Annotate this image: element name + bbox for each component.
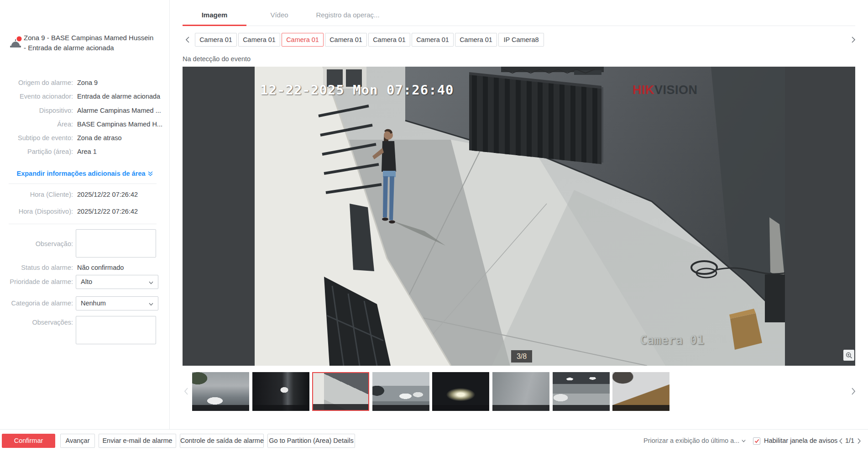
enable-popup-checkbox[interactable] <box>753 437 760 445</box>
tab-imagem-label: Imagem <box>202 11 228 19</box>
double-chevron-down-icon <box>147 171 153 177</box>
observacoes-label: Observações: <box>0 319 73 326</box>
hikvision-logo: HIKVISION <box>633 83 698 97</box>
thumbnail-timestamp-bar <box>492 405 549 411</box>
camera-tab[interactable]: IP Camera8 <box>498 33 544 47</box>
camera-tab[interactable]: Camera 01 <box>325 33 367 47</box>
field-value-subtipo: Zona de atraso <box>77 134 167 142</box>
priority-label: Prioridade de alarme: <box>0 278 73 285</box>
field-value-evento: Entrada de alarme acionada <box>77 93 167 100</box>
field-value-particao: Area 1 <box>77 148 167 155</box>
field-label-dispositivo: Dispositivo: <box>0 107 73 114</box>
tab-imagem[interactable]: Imagem <box>183 6 246 26</box>
confirm-button[interactable]: Confirmar <box>2 434 55 448</box>
thumbnail-timestamp-bar <box>372 405 429 411</box>
field-value-area: BASE Campinas Mamed H... <box>77 121 167 128</box>
page-next-icon[interactable] <box>857 438 861 444</box>
thumbnail[interactable] <box>372 372 429 411</box>
snapshot-camera-label: Camera 01 <box>640 333 704 347</box>
alarm-output-control-button[interactable]: Controle de saída de alarme <box>180 434 264 448</box>
prioritize-latest-dropdown[interactable]: Priorizar a exibição do último a... <box>643 437 746 444</box>
divider <box>9 184 157 184</box>
camera-snapshot <box>255 67 785 366</box>
thumbnail-prev-icon[interactable] <box>183 387 189 395</box>
viewer-tab-bar: Imagem Vídeo Registro da operaç... <box>183 6 855 26</box>
advance-button[interactable]: Avançar <box>60 434 95 448</box>
observacao-label: Observação: <box>0 240 73 247</box>
prioritize-latest-label: Priorizar a exibição do último a... <box>643 437 739 444</box>
camera-tab[interactable]: Camera 01 <box>282 33 324 47</box>
enable-popup-label: Habilitar janela de avisos <box>764 437 837 444</box>
thumbnail[interactable] <box>432 372 489 411</box>
page-indicator: 1/1 <box>845 437 854 444</box>
category-selected-value: Nenhum <box>81 300 106 307</box>
thumbnail[interactable] <box>192 372 249 411</box>
category-select[interactable]: Nenhum <box>76 296 158 310</box>
chevron-down-icon <box>148 280 154 285</box>
snapshot-timestamp: 12-22-2025 Mon 07:26:40 <box>260 82 454 98</box>
thumbnail[interactable] <box>553 372 610 411</box>
send-alarm-email-button[interactable]: Enviar e-mail de alarme <box>99 434 176 448</box>
status-label: Status do alarme: <box>0 264 73 271</box>
thumbnail[interactable] <box>252 372 309 411</box>
alarm-info-sidebar: Zona 9 - BASE Campinas Mamed Hussein - E… <box>0 0 170 429</box>
camera-tab[interactable]: Camera 01 <box>368 33 410 47</box>
alarm-image-viewer: 12-22-2025 Mon 07:26:40 HIKVISION Camera… <box>183 67 855 366</box>
expand-area-info-label: Expandir informações adicionais de área <box>16 170 145 177</box>
field-value-dispositivo: Alarme Campinas Mamed ... <box>77 107 167 114</box>
camera-tab[interactable]: Camera 01 <box>412 33 454 47</box>
image-page-indicator: 3/8 <box>511 350 532 363</box>
tab-video[interactable]: Vídeo <box>252 6 307 26</box>
snapshot-scene <box>255 67 785 366</box>
expand-area-info-link[interactable]: Expandir informações adicionais de área <box>0 170 170 177</box>
camera-tab[interactable]: Camera 01 <box>455 33 497 47</box>
action-bar: Confirmar Avançar Enviar e-mail de alarm… <box>0 429 868 452</box>
thumbnail-next-icon[interactable] <box>851 387 856 395</box>
observacoes-textarea[interactable] <box>76 316 156 344</box>
category-label: Categoria de alarme: <box>0 300 73 307</box>
thumbnail-timestamp-bar <box>432 405 489 411</box>
field-label-particao: Partição (área): <box>0 148 73 155</box>
chevron-down-icon <box>741 438 746 443</box>
field-value-hora-cliente: 2025/12/22 07:26:42 <box>77 191 167 198</box>
camera-tab[interactable]: Camera 01 <box>238 33 280 47</box>
thumbnail-timestamp-bar <box>313 404 368 410</box>
priority-select[interactable]: Alto <box>76 275 158 289</box>
tab-registro-operacao[interactable]: Registro da operaç... <box>307 6 389 26</box>
priority-selected-value: Alto <box>81 278 92 285</box>
thumbnail[interactable] <box>312 372 369 411</box>
thumbnail[interactable] <box>492 372 549 411</box>
field-value-origem: Zona 9 <box>77 79 167 86</box>
status-value: Não confirmado <box>77 264 167 271</box>
thumbnail-timestamp-bar <box>192 405 249 411</box>
tab-video-label: Vídeo <box>270 11 288 19</box>
camera-tab[interactable]: Camera 01 <box>195 33 237 47</box>
thumbnail[interactable] <box>612 372 669 411</box>
camera-list-prev-icon[interactable] <box>185 36 190 43</box>
page-prev-icon[interactable] <box>839 438 843 444</box>
camera-list-next-icon[interactable] <box>851 36 856 43</box>
alarm-icon <box>9 36 22 51</box>
thumbnail-timestamp-bar <box>252 405 309 411</box>
field-label-hora-dispositivo: Hora (Dispositivo): <box>0 208 73 215</box>
goto-partition-details-button[interactable]: Go to Partition (Area) Details <box>267 434 355 448</box>
observacao-textarea[interactable] <box>76 229 156 258</box>
thumbnail-timestamp-bar <box>553 405 610 411</box>
check-icon <box>754 439 759 443</box>
event-detection-caption: Na detecção do evento <box>183 55 251 63</box>
field-label-area: Área: <box>0 121 73 128</box>
field-value-hora-dispositivo: 2025/12/22 07:26:42 <box>77 208 167 215</box>
field-label-subtipo: Subtipo de evento: <box>0 134 73 142</box>
divider <box>9 224 157 224</box>
field-label-origem: Origem do alarme: <box>0 79 73 86</box>
tab-registro-label: Registro da operaç... <box>316 11 379 19</box>
thumbnail-timestamp-bar <box>612 405 669 411</box>
chevron-down-icon <box>148 301 154 307</box>
alarm-title: Zona 9 - BASE Campinas Mamed Hussein - E… <box>24 33 157 53</box>
zoom-in-icon <box>846 352 852 359</box>
field-label-evento: Evento acionador: <box>0 93 73 100</box>
alarm-details-window: Zona 9 - BASE Campinas Mamed Hussein - E… <box>0 0 868 452</box>
field-label-hora-cliente: Hora (Cliente): <box>0 191 73 198</box>
zoom-in-button[interactable] <box>843 350 854 361</box>
